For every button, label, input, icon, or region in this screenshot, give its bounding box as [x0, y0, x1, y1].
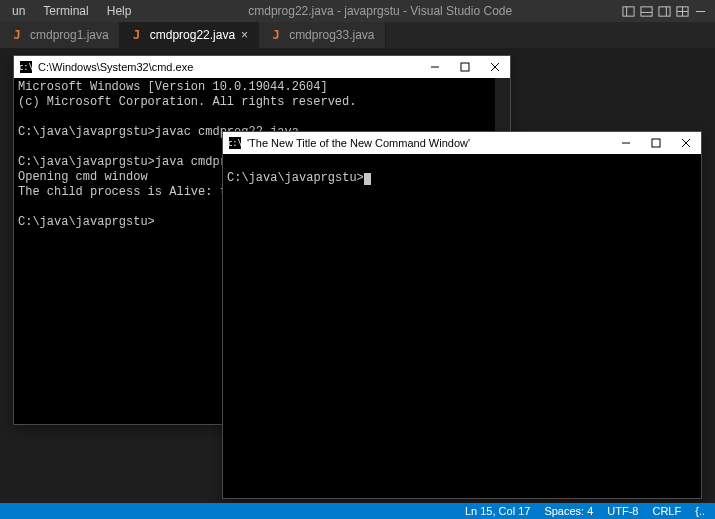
layout-grid-icon[interactable] [675, 4, 689, 18]
layout-panel-bottom-icon[interactable] [639, 4, 653, 18]
cmd2-prompt: C:\java\javaprgstu> [227, 171, 364, 185]
cmd-icon: c:\ [229, 137, 241, 149]
cmd2-titlebar[interactable]: c:\ 'The New Title of the New Command Wi… [223, 132, 701, 154]
layout-panel-left-icon[interactable] [621, 4, 635, 18]
title-layout-buttons [621, 4, 715, 18]
svg-rect-2 [640, 6, 651, 15]
tab-cmdprog33[interactable]: J cmdprog33.java [259, 22, 385, 48]
status-bar: Ln 15, Col 17 Spaces: 4 UTF-8 CRLF {.. [0, 503, 715, 519]
minimize-button[interactable] [611, 132, 641, 154]
maximize-button[interactable] [641, 132, 671, 154]
cmd1-title: C:\Windows\System32\cmd.exe [38, 61, 414, 73]
tab-label: cmdprog1.java [30, 28, 109, 42]
cmd2-title: 'The New Title of the New Command Window… [247, 137, 605, 149]
cmd2-body[interactable]: C:\java\javaprgstu> [223, 154, 701, 498]
vscode-titlebar: un Terminal Help cmdprog22.java - javapr… [0, 0, 715, 22]
close-button[interactable] [671, 132, 701, 154]
menu-run[interactable]: un [4, 2, 33, 20]
cmd-window-2: c:\ 'The New Title of the New Command Wi… [222, 131, 702, 499]
java-file-icon: J [269, 28, 283, 42]
status-language[interactable]: {.. [695, 505, 705, 517]
tab-label: cmdprog22.java [150, 28, 235, 42]
svg-rect-4 [658, 6, 669, 15]
window-title: cmdprog22.java - javaprgstu - Visual Stu… [139, 4, 621, 18]
tab-cmdprog1[interactable]: J cmdprog1.java [0, 22, 120, 48]
tab-cmdprog22[interactable]: J cmdprog22.java × [120, 22, 259, 48]
java-file-icon: J [10, 28, 24, 42]
status-eol[interactable]: CRLF [652, 505, 681, 517]
cursor [364, 173, 371, 185]
close-icon[interactable]: × [241, 28, 248, 42]
tab-label: cmdprog33.java [289, 28, 374, 42]
svg-rect-11 [461, 63, 469, 71]
java-file-icon: J [130, 28, 144, 42]
menu-bar: un Terminal Help [0, 2, 139, 20]
svg-rect-0 [622, 6, 633, 15]
cmd-icon: c:\ [20, 61, 32, 73]
menu-help[interactable]: Help [99, 2, 140, 20]
svg-rect-15 [652, 139, 660, 147]
close-button[interactable] [480, 56, 510, 78]
status-line-col[interactable]: Ln 15, Col 17 [465, 505, 530, 517]
menu-terminal[interactable]: Terminal [35, 2, 96, 20]
cmd1-titlebar[interactable]: c:\ C:\Windows\System32\cmd.exe [14, 56, 510, 78]
minimize-icon[interactable] [693, 4, 707, 18]
status-encoding[interactable]: UTF-8 [607, 505, 638, 517]
status-spaces[interactable]: Spaces: 4 [544, 505, 593, 517]
minimize-button[interactable] [420, 56, 450, 78]
layout-panel-right-icon[interactable] [657, 4, 671, 18]
maximize-button[interactable] [450, 56, 480, 78]
editor-tabs: J cmdprog1.java J cmdprog22.java × J cmd… [0, 22, 715, 48]
